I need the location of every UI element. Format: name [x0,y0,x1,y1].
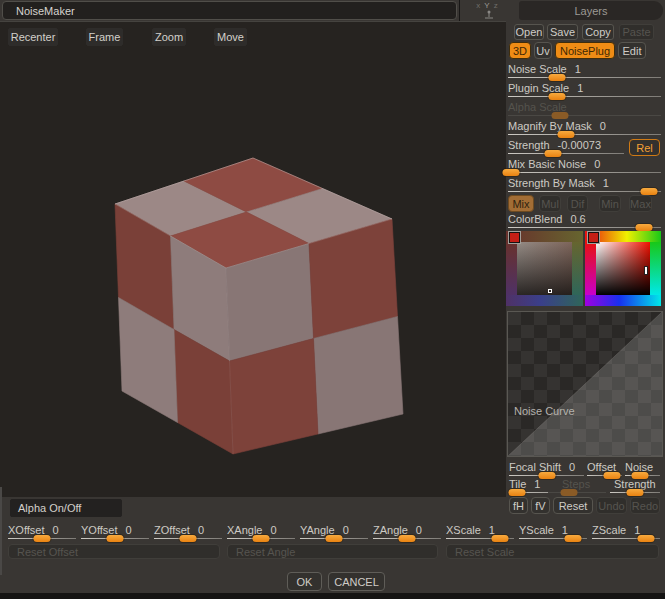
slider-handle[interactable] [627,489,644,496]
window-bottom-edge [0,593,665,599]
slider-handle[interactable] [558,131,575,138]
slider-handle [560,489,577,496]
rel-button[interactable]: Rel [629,139,660,156]
slider-label: ColorBlend0.6 [508,213,586,225]
reset-scale-button[interactable]: Reset Scale [446,544,659,559]
viewport[interactable]: Recenter Frame Zoom Move [0,21,506,497]
saturation-square[interactable] [517,242,572,295]
slider-handle[interactable] [326,535,343,542]
gizmo-y-label: Y [484,1,493,10]
slider-handle[interactable] [253,535,270,542]
yscale-slider[interactable]: YScale1 [519,524,587,546]
slider-handle [552,112,569,119]
slider-handle[interactable] [637,535,654,542]
slider-handle[interactable] [636,224,653,231]
flip-v-button[interactable]: fV [531,497,550,514]
slider-track [508,115,661,116]
slider-track[interactable] [508,77,661,78]
reset-angle-button[interactable]: Reset Angle [227,544,438,559]
xscale-slider[interactable]: XScale1 [446,524,514,546]
picker-cursor[interactable] [548,289,552,293]
slider-handle[interactable] [503,169,520,176]
saturation-square[interactable] [596,242,650,295]
slider-label: ZAngle0 [373,524,422,536]
slider-label: ZOffset0 [154,524,204,536]
slider-track[interactable] [508,96,661,97]
yoffset-slider[interactable]: YOffset0 [81,524,149,546]
slider-handle[interactable] [107,535,124,542]
slider-handle[interactable] [640,188,657,195]
vivid-color-picker[interactable] [585,231,661,306]
open-button[interactable]: Open [514,24,544,40]
noisemaker-dialog: NoiseMaker xYz Layers Recenter Frame Zoo… [0,0,665,599]
zangle-slider[interactable]: ZAngle0 [373,524,441,546]
noise-curve-editor[interactable]: Noise Curve [507,311,663,457]
canvas-edge-line [0,487,2,575]
noise-curve-checker [508,312,662,456]
slider-label: XScale1 [446,524,495,536]
slider-handle[interactable] [399,535,416,542]
noise-preview-cube [0,22,506,498]
slider-handle[interactable] [564,535,581,542]
yangle-slider[interactable]: YAngle0 [300,524,368,546]
paste-button[interactable]: Paste [619,24,654,40]
hue-ring[interactable] [506,242,517,295]
hue-ring[interactable] [585,242,596,295]
slider-handle[interactable] [545,150,562,157]
cancel-button[interactable]: CANCEL [328,572,385,591]
save-button[interactable]: Save [547,24,578,40]
undo-button[interactable]: Undo [596,497,627,514]
slider-handle[interactable] [34,535,51,542]
blend-dif-button[interactable]: Dif [567,195,588,212]
slider-handle[interactable] [509,489,526,496]
slider-label: Mix Basic Noise0 [508,158,600,170]
hue-ring[interactable] [572,242,583,295]
gizmo-z-label: z [494,1,502,10]
axis-gizmo[interactable]: xYz [459,0,518,21]
slider-label: YAngle0 [300,524,349,536]
redo-button[interactable]: Redo [630,497,660,514]
slider-label: Magnify By Mask0 [508,120,606,132]
alpha-on-off-button[interactable]: Alpha On/Off [10,499,122,517]
slider-handle[interactable] [548,93,565,100]
mode-noiseplug-button[interactable]: NoisePlug [555,42,615,59]
layers-header[interactable]: Layers [519,1,663,20]
hue-ring[interactable] [506,295,583,306]
ok-button[interactable]: OK [287,572,322,591]
blend-mul-button[interactable]: Mul [539,195,561,212]
zscale-slider[interactable]: ZScale1 [592,524,660,546]
hue-ring[interactable] [585,295,661,306]
slider-handle[interactable] [548,74,565,81]
slider-handle[interactable] [180,535,197,542]
xoffset-slider[interactable]: XOffset0 [8,524,76,546]
blend-max-button[interactable]: Max [629,195,652,212]
slider-label: Plugin Scale1 [508,82,583,94]
muted-color-picker[interactable] [506,231,583,306]
current-color-swatch[interactable] [509,232,520,243]
slider-label: YOffset0 [81,524,132,536]
slider-label: ZScale1 [592,524,640,536]
slider-track[interactable] [508,153,624,154]
reset-offset-button[interactable]: Reset Offset [8,544,220,559]
window-title: NoiseMaker [16,5,75,17]
zoffset-slider[interactable]: ZOffset0 [154,524,222,546]
hue-ring[interactable] [650,242,661,295]
blend-min-button[interactable]: Min [599,195,621,212]
titlebar[interactable]: NoiseMaker [2,1,457,20]
slider-label: XOffset0 [8,524,59,536]
current-color-swatch[interactable] [588,232,599,243]
mode-uv-button[interactable]: Uv [534,42,552,59]
slider-handle[interactable] [491,535,508,542]
reset-curve-button[interactable]: Reset [553,497,593,514]
xangle-slider[interactable]: XAngle0 [227,524,295,546]
mode-3d-button[interactable]: 3D [509,42,531,59]
slider-track[interactable] [508,172,661,173]
copy-button[interactable]: Copy [582,24,614,40]
mode-edit-button[interactable]: Edit [618,42,646,59]
picker-cursor[interactable] [644,266,648,275]
slider-track[interactable] [508,134,661,135]
slider-track[interactable] [508,191,661,192]
flip-h-button[interactable]: fH [509,497,528,514]
blend-mix-button[interactable]: Mix [508,195,534,212]
layers-title: Layers [574,5,607,17]
